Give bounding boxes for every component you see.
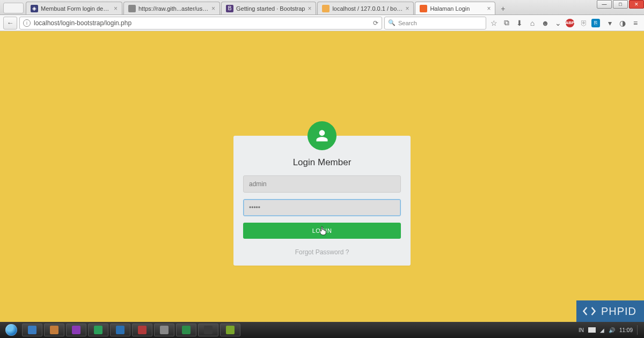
url-text: localhost/login-bootstrap/login.php — [34, 19, 131, 27]
browser-tab[interactable]: localhost / 127.0.0.1 / boot... × — [317, 2, 414, 14]
taskbar-app[interactable] — [110, 324, 130, 336]
browser-tab-strip: ◈ Membuat Form login deng... × https://r… — [0, 0, 644, 15]
maximize-button[interactable]: □ — [613, 0, 628, 9]
taskbar-app[interactable] — [154, 324, 174, 336]
flag-icon[interactable] — [588, 327, 596, 333]
browser-tab[interactable]: B Getting started · Bootstrap × — [221, 2, 316, 14]
cursor-pointer-icon — [319, 226, 327, 237]
taskbar-app[interactable] — [88, 324, 108, 336]
username-input[interactable] — [243, 175, 401, 193]
new-tab-button[interactable]: + — [496, 3, 509, 14]
reader-icon[interactable]: ⧉ — [501, 18, 512, 27]
address-toolbar: ← i localhost/login-bootstrap/login.php … — [0, 15, 644, 31]
taskbar-app[interactable] — [198, 324, 218, 336]
tab-close-icon[interactable]: × — [487, 5, 491, 12]
window-controls: — □ ✕ — [580, 0, 644, 10]
avatar-icon — [308, 121, 336, 150]
tab-label: Getting started · Bootstrap — [236, 5, 305, 12]
reload-button[interactable]: ⟳ — [373, 19, 378, 27]
hello-icon[interactable]: ☻ — [540, 19, 551, 27]
language-indicator[interactable]: IN — [579, 327, 584, 333]
profile-icon[interactable]: ◑ — [617, 19, 628, 27]
start-button[interactable] — [2, 323, 20, 337]
network-icon[interactable]: ◢ — [600, 327, 604, 333]
hamburger-menu-icon[interactable]: ≡ — [630, 19, 641, 27]
taskbar-app[interactable] — [132, 324, 152, 336]
pocket-icon[interactable]: ⌄ — [553, 19, 564, 27]
tab-label: Membuat Form login deng... — [41, 5, 111, 12]
browser-tab[interactable]: Halaman Login × — [415, 2, 495, 14]
tab-close-icon[interactable]: × — [405, 5, 409, 12]
login-title: Login Member — [243, 157, 401, 168]
phpid-text: PHPID — [601, 305, 636, 318]
taskbar-app[interactable] — [220, 324, 240, 336]
password-input[interactable] — [243, 199, 401, 216]
volume-icon[interactable]: 🔊 — [609, 327, 615, 333]
browser-tab[interactable]: https://raw.gith...aster/users.sql × — [123, 2, 220, 14]
close-button[interactable]: ✕ — [629, 0, 644, 9]
browser-tab[interactable]: ◈ Membuat Form login deng... × — [26, 2, 122, 14]
downloads-icon[interactable]: ⬇ — [514, 19, 525, 27]
system-tray: IN ◢ 🔊 11:09 — [579, 325, 642, 335]
taskbar-app[interactable] — [176, 324, 196, 336]
abp-icon[interactable]: ABP — [566, 19, 576, 27]
favicon-icon: ◈ — [31, 5, 38, 12]
code-icon — [582, 304, 597, 319]
tab-label: Halaman Login — [430, 5, 484, 12]
tab-close-icon[interactable]: × — [211, 5, 215, 12]
clock[interactable]: 11:09 — [619, 327, 633, 333]
dropdown-icon[interactable]: ▾ — [604, 19, 615, 27]
onetab-icon[interactable]: ⎘ — [591, 19, 602, 27]
taskbar-app[interactable] — [66, 324, 86, 336]
tab-label: localhost / 127.0.0.1 / boot... — [332, 5, 402, 12]
home-icon[interactable]: ⌂ — [527, 19, 538, 27]
favicon-icon — [420, 5, 427, 12]
taskbar-app[interactable] — [44, 324, 64, 336]
login-button[interactable]: LOGIN — [243, 223, 401, 239]
taskbar-app[interactable] — [22, 324, 42, 336]
page-viewport: Login Member LOGIN Forgot Password ? PHP… — [0, 31, 644, 322]
search-icon: 🔍 — [388, 19, 396, 26]
show-desktop-button[interactable] — [637, 325, 638, 335]
windows-taskbar: IN ◢ 🔊 11:09 — [0, 322, 644, 338]
minimize-button[interactable]: — — [597, 0, 612, 9]
tab-close-icon[interactable]: × — [114, 5, 118, 12]
login-card: Login Member LOGIN Forgot Password ? — [233, 136, 411, 266]
phpid-watermark: PHPID — [576, 300, 644, 322]
back-button[interactable]: ← — [3, 17, 17, 30]
favicon-icon: B — [226, 5, 233, 12]
url-input[interactable]: i localhost/login-bootstrap/login.php ⟳ — [19, 17, 382, 30]
search-placeholder: Search — [398, 20, 417, 26]
forgot-password-link[interactable]: Forgot Password ? — [243, 248, 401, 256]
tab-close-icon[interactable]: × — [308, 5, 311, 12]
search-input[interactable]: 🔍 Search — [384, 17, 486, 30]
favicon-icon — [322, 5, 330, 12]
favicon-icon — [128, 5, 136, 12]
shield-icon[interactable]: ⛨ — [579, 19, 589, 27]
site-info-icon[interactable]: i — [23, 19, 31, 27]
tab-label: https://raw.gith...aster/users.sql — [138, 5, 209, 12]
bookmark-star-icon[interactable]: ☆ — [488, 19, 499, 27]
